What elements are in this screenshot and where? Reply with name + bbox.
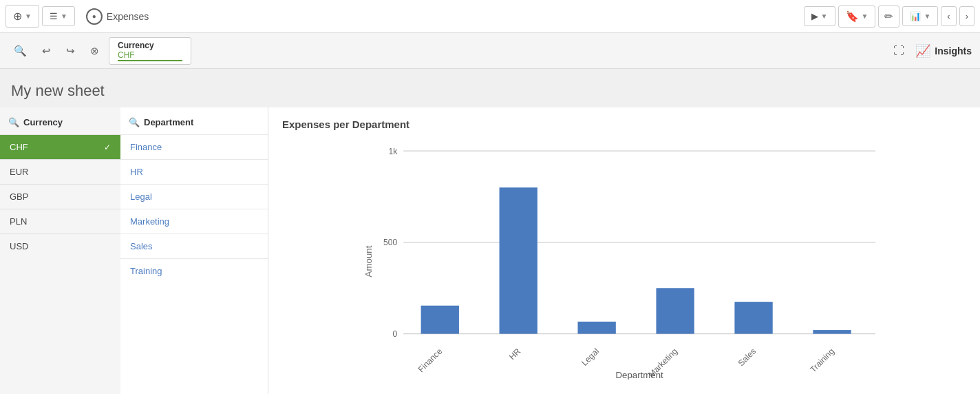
dept-sales-label: Sales [130, 241, 153, 251]
x-label-hr: HR [507, 346, 522, 362]
toolbar: ⊕ ▼ ☰ ▼ ● Expenses ▶ ▼ 🔖 ▼ ✏ 📊 ▼ ‹ [0, 0, 980, 33]
bar-training [813, 330, 851, 334]
dept-item-finance[interactable]: Finance [120, 134, 268, 159]
clear-filter-button[interactable]: ⊗ [85, 39, 105, 63]
insights-chart-icon: 📈 [915, 43, 930, 59]
department-list-header: 🔍 Department [120, 113, 268, 134]
chart-icon: 📊 [910, 11, 921, 21]
undo-filter-button[interactable]: ↩ [36, 39, 56, 63]
back-arrow-icon: ‹ [947, 11, 950, 21]
department-list-panel: 🔍 Department Finance HR Legal Marketing … [120, 107, 268, 394]
toolbar-right: ▶ ▼ 🔖 ▼ ✏ 📊 ▼ ‹ › [804, 6, 974, 28]
play-icon: ▶ [811, 11, 818, 21]
compass-icon: ⊕ [13, 10, 22, 23]
currency-list-title: Currency [23, 117, 63, 127]
app-title-text: Expenses [107, 11, 149, 22]
pres-chevron: ▼ [821, 12, 828, 20]
nav-back-button[interactable]: ‹ [941, 6, 956, 26]
redo-filter-button[interactable]: ↪ [61, 39, 81, 63]
undo-icon: ↩ [42, 45, 51, 56]
redo-icon: ↪ [66, 45, 75, 56]
sheet-title-area: My new sheet [0, 69, 980, 107]
dept-item-legal[interactable]: Legal [120, 184, 268, 209]
pencil-icon: ✏ [884, 10, 893, 23]
edit-button[interactable]: ✏ [878, 6, 899, 28]
dept-training-label: Training [130, 266, 162, 276]
bookmark-button[interactable]: 🔖 ▼ [838, 6, 876, 28]
currency-filter-label: Currency [118, 41, 182, 50]
filter-bar-right: ⛶ 📈 Insights [888, 39, 972, 63]
dept-item-training[interactable]: Training [120, 258, 268, 283]
toolbar-left: ⊕ ▼ ☰ ▼ ● Expenses [6, 5, 157, 28]
currency-search-icon: 🔍 [8, 117, 19, 127]
y-tick-1k: 1k [388, 147, 398, 156]
currency-list-header: 🔍 Currency [0, 113, 120, 134]
bar-legal [578, 322, 616, 334]
chart-button[interactable]: 📊 ▼ [902, 6, 938, 26]
list-icon: ☰ [50, 11, 58, 21]
x-label-legal: Legal [579, 346, 601, 368]
dept-finance-label: Finance [130, 142, 162, 152]
list-chevron: ▼ [61, 12, 67, 20]
x-axis-label: Department [615, 370, 663, 380]
clear-icon: ⊗ [90, 45, 99, 56]
currency-item-usd[interactable]: USD [0, 234, 120, 258]
department-list-title: Department [144, 117, 193, 127]
bar-finance [421, 306, 459, 334]
currency-filter-chip[interactable]: Currency CHF [109, 37, 191, 65]
selection-icon: ⛶ [893, 45, 904, 56]
currency-eur-label: EUR [10, 167, 28, 177]
insights-button[interactable]: 📈 Insights [915, 43, 972, 59]
list-view-button[interactable]: ☰ ▼ [42, 6, 75, 26]
y-tick-500: 500 [383, 238, 398, 247]
bar-marketing [656, 288, 694, 333]
x-label-finance: Finance [416, 346, 445, 375]
nav-forward-button[interactable]: › [959, 6, 974, 26]
y-tick-0: 0 [393, 329, 398, 339]
chart-container: Amount 1k 500 0 [282, 136, 966, 380]
x-label-training: Training [808, 346, 836, 375]
filter-bar-left: 🔍 ↩ ↪ ⊗ Currency CHF [8, 37, 191, 65]
dept-hr-label: HR [130, 167, 143, 177]
app-title-area: ● Expenses [78, 8, 157, 25]
bookmark-icon: 🔖 [846, 10, 859, 23]
currency-filter-value: CHF [118, 50, 182, 61]
currency-list-panel: 🔍 Currency CHF ✓ EUR GBP PLN USD [0, 107, 120, 394]
chart-chevron: ▼ [924, 12, 930, 20]
dept-item-hr[interactable]: HR [120, 159, 268, 184]
currency-pln-label: PLN [10, 216, 27, 227]
bar-hr [500, 187, 537, 333]
chart-panel: Expenses per Department Amount 1k 500 0 [268, 107, 980, 394]
bar-chart-svg: Amount 1k 500 0 [282, 136, 966, 380]
currency-item-gbp[interactable]: GBP [0, 184, 120, 209]
presentation-button[interactable]: ▶ ▼ [804, 6, 835, 26]
main-content: 🔍 Currency CHF ✓ EUR GBP PLN USD 🔍 Depar… [0, 107, 980, 394]
currency-gbp-label: GBP [10, 191, 28, 202]
currency-item-chf[interactable]: CHF ✓ [0, 134, 120, 159]
chf-check-icon: ✓ [104, 143, 111, 152]
x-label-sales: Sales [736, 346, 758, 368]
dept-legal-label: Legal [130, 191, 152, 202]
currency-chf-label: CHF [10, 142, 28, 152]
bm-chevron: ▼ [862, 12, 869, 20]
chart-title: Expenses per Department [282, 118, 966, 130]
bar-sales [734, 302, 772, 333]
forward-arrow-icon: › [966, 11, 968, 21]
sheet-title: My new sheet [11, 82, 105, 100]
app-menu-button[interactable]: ⊕ ▼ [6, 5, 39, 28]
dept-marketing-label: Marketing [130, 216, 169, 227]
search-filter-button[interactable]: 🔍 [8, 39, 32, 63]
y-axis-label: Amount [363, 245, 374, 277]
selection-mode-button[interactable]: ⛶ [888, 39, 910, 63]
insights-label: Insights [935, 45, 972, 56]
app-menu-chevron: ▼ [25, 12, 32, 20]
dept-search-icon: 🔍 [129, 117, 140, 127]
search-icon: 🔍 [14, 45, 27, 56]
filter-bar: 🔍 ↩ ↪ ⊗ Currency CHF ⛶ 📈 Insights [0, 33, 980, 69]
dept-item-sales[interactable]: Sales [120, 234, 268, 258]
app-icon: ● [86, 8, 103, 25]
currency-usd-label: USD [10, 241, 28, 251]
currency-item-pln[interactable]: PLN [0, 209, 120, 234]
dept-item-marketing[interactable]: Marketing [120, 209, 268, 234]
currency-item-eur[interactable]: EUR [0, 159, 120, 184]
